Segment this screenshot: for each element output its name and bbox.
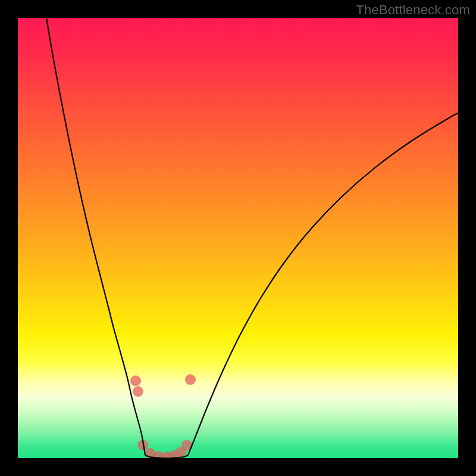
- curve-right-branch: [188, 113, 458, 455]
- marker-dot: [130, 375, 141, 386]
- curve-layer: [18, 18, 458, 458]
- markers-group: [130, 374, 196, 458]
- plot-area: [18, 18, 458, 458]
- outer-frame: TheBottleneck.com: [0, 0, 476, 476]
- watermark-text: TheBottleneck.com: [356, 2, 470, 18]
- marker-dot: [133, 386, 143, 397]
- marker-dot: [185, 374, 196, 385]
- curve-left-branch: [46, 18, 145, 455]
